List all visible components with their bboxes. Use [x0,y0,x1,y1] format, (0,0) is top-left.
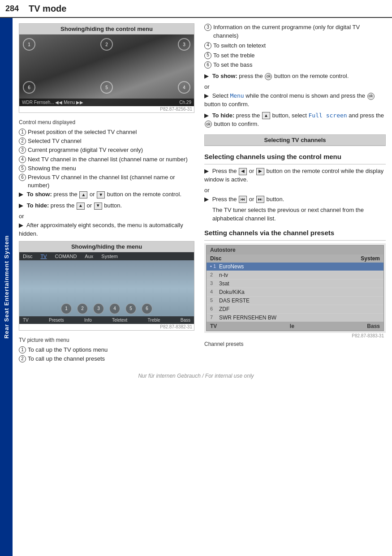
menu-list-text-2: To call up the channel presets [28,355,105,363]
img-ref-3: P82.87-8383-31 [204,333,386,339]
channel-presets-screen: Autostore Disc System • 1 EuroNews 2 n-t… [204,243,386,333]
bottom-bass: Bass [181,318,190,323]
fullscreen-text: Full screen [309,112,347,119]
right-select-text3: button to confirm. [204,101,249,108]
select-arrow-2: ▶ [204,196,209,203]
menu-list-text-1: To call up the TV options menu [28,346,108,354]
ch-name-4: Doku/KiKa [219,289,380,295]
main-content: Showing/hiding the control menu 1 2 3 4 … [13,18,392,369]
ok-btn-3: ok [205,121,212,128]
tv-circle-1: 1 [23,38,35,51]
tv-circle-2: 2 [100,38,113,51]
ch-name-6: ZDF [219,306,380,312]
list-text-5: Showing the menu [28,164,76,172]
page-header: 284 TV mode [0,0,392,18]
right-text-6: To set the bass [213,61,252,69]
select-sub: The TV tuner selects the previous or nex… [212,206,386,223]
ch-num-5: 5 [210,297,219,304]
tv-circle-3: 3 [178,38,190,51]
channel-item-6: 6 ZDF [207,305,383,314]
tv-menu-bar: Disc TV COMAND Aux System [19,252,194,260]
tv-screen-menu: Disc TV COMAND Aux System 1 2 3 4 5 6 TV… [19,252,194,324]
right-to-hide-text1: press the [236,112,262,119]
channel-header: Autostore [207,246,383,254]
sidebar-label: Rear Seat Entertainment System [3,235,10,339]
to-hide-or: or [87,202,94,209]
channel-item-2: 2 n-tv [207,271,383,280]
section-control-menu-title: Showing/hiding the control menu [19,24,194,34]
heading-setting-presets: Setting channels via the channel presets [204,228,386,237]
right-list-item-4: 4 To switch on teletext [204,42,386,50]
menu-list-num-2: 2 [19,355,26,362]
right-bullet-to-show: ▶ To show: press the ok button on the re… [204,72,386,81]
right-to-show-text2: button on the remote control. [274,73,349,79]
right-to-show-text1: press the [239,73,264,79]
img-ref-2: P82.87-8382-31 [19,324,194,330]
right-arrow-1: ▶ [204,73,209,79]
section-selecting-channels: Selecting TV channels [204,134,386,146]
bottom-treble: Treble [148,318,160,323]
section-show-hide-menu-title: Showing/hiding the menu [19,241,194,252]
to-show-label: To show: [27,191,52,198]
ch-num-6: 6 [210,306,219,312]
tv-circle-btn-4: 4 [109,303,120,314]
tv-circle-4: 4 [178,81,190,94]
ch-num-2: 2 [210,272,219,278]
footer-mid: le [290,323,294,329]
arrow-icon-1: ▶ [19,191,23,198]
tv-bar-left: WDR Fernseh... ◀◀ Menu ▶▶ [22,100,83,105]
right-arrow-3: ▶ [204,112,209,119]
autostore-label: Autostore [210,247,236,253]
right-or-1: or [204,83,386,90]
divider-2 [204,240,386,241]
channel-item-5: 5 DAS ERSTE [207,297,383,305]
section-show-hide-menu: Showing/hiding the menu Disc TV COMAND A… [19,241,194,331]
list-num-2: 2 [19,138,26,145]
menu-text: Menu [230,92,244,99]
up-btn-right: ▲ [262,112,270,119]
select-text6: button. [267,196,284,203]
footer-text: Nur für internen Gebrauch / For internal… [138,373,254,379]
ch-name-2: n-tv [219,272,380,278]
bottom-teletext: Teletext [112,318,127,323]
arrow-icon-2: ▶ [19,202,23,209]
right-num-5: 5 [204,52,211,59]
tv-circle-btn-1: 1 [61,303,72,314]
list-num-6: 6 [19,174,26,181]
list-item-menu-1: 1 To call up the TV options menu [19,346,194,354]
to-show-or: or [90,191,96,198]
left-column: Showing/hiding the control menu 1 2 3 4 … [13,23,201,364]
right-text-5: To set the treble [213,52,255,60]
right-arrow-2: ▶ [204,92,209,99]
right-list-item-6: 6 To set the bass [204,61,386,69]
disc-label: Disc [210,255,221,262]
tv-circle-btn-6: 6 [142,303,152,314]
list-item-1: 1 Preset position of the selected TV cha… [19,128,194,136]
channel-item-7: 7 SWR FERNSEHEN BW [207,314,383,322]
menu-list-num-1: 1 [19,346,26,353]
select-text1: Press the [212,168,239,174]
right-to-show-label: To show: [212,73,237,79]
menu-comand: COMAND [55,254,77,259]
list-item-6: 6 Previous TV channel in the channel lis… [19,173,194,190]
list-item-menu-2: 2 To call up the channel presets [19,355,194,363]
right-to-hide-text2: button, select [272,112,309,119]
list-num-3: 3 [19,147,26,154]
ch-name-7: SWR FERNSEHEN BW [219,315,380,321]
tv-num-row: 1 2 3 4 5 6 [19,303,194,314]
bottom-tv: TV [23,318,29,323]
right-column: 3 Information on the current programme (… [201,23,392,364]
list-num-5: 5 [19,165,26,172]
page-number: 284 [5,4,22,13]
footer-tv: TV [210,323,217,329]
bottom-presets: Presets [49,318,64,323]
page-footer: Nur für internen Gebrauch / For internal… [0,369,392,381]
bottom-info: Info [84,318,92,323]
system-col-label: System [361,255,380,262]
select-text5: or [249,196,256,203]
tv-bottom-bar: TV Presets Info Teletext Treble Bass [19,316,194,324]
right-to-hide: ▶ To hide: press the ▲ button, select Fu… [204,112,386,129]
right-num-4: 4 [204,42,211,49]
section-control-menu: Showing/hiding the control menu 1 2 3 4 … [19,23,194,113]
select-bullet-1: ▶ Press the ◀ or ▶ button on the remote … [204,167,386,184]
